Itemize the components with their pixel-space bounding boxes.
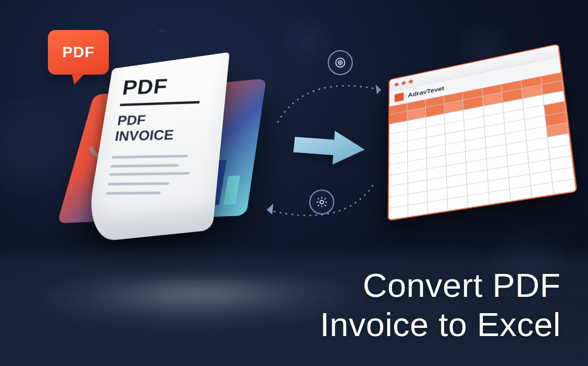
spreadsheet-window: AdravTevet	[388, 44, 578, 221]
doc-text-line	[106, 192, 161, 195]
svg-point-4	[340, 62, 341, 63]
doc-text-line	[109, 172, 189, 176]
pdf-badge: PDF	[48, 30, 109, 75]
svg-marker-1	[267, 204, 273, 215]
app-icon	[395, 92, 404, 102]
doc-text-line	[112, 155, 188, 158]
svg-point-5	[320, 200, 323, 204]
traffic-light-icon	[402, 81, 406, 85]
banner-title: Convert PDF Invoice to Excel	[320, 266, 561, 344]
doc-text-line	[107, 182, 169, 186]
traffic-light-icon	[409, 79, 413, 83]
traffic-light-icon	[395, 82, 399, 87]
doc-heading: PDF	[121, 72, 213, 100]
svg-marker-0	[376, 84, 381, 94]
gear-icon	[309, 190, 334, 215]
doc-text-line	[111, 164, 179, 168]
doc-rule	[120, 101, 199, 106]
target-icon	[328, 50, 353, 75]
title-banner: Convert PDF Invoice to Excel	[0, 243, 588, 366]
pdf-document: PDF PDF INVOICE	[84, 52, 230, 243]
pdf-badge-label: PDF	[63, 44, 95, 61]
dotted-connector	[272, 68, 392, 133]
convert-arrow-icon	[289, 124, 368, 170]
doc-subheading: PDF INVOICE	[114, 111, 209, 145]
